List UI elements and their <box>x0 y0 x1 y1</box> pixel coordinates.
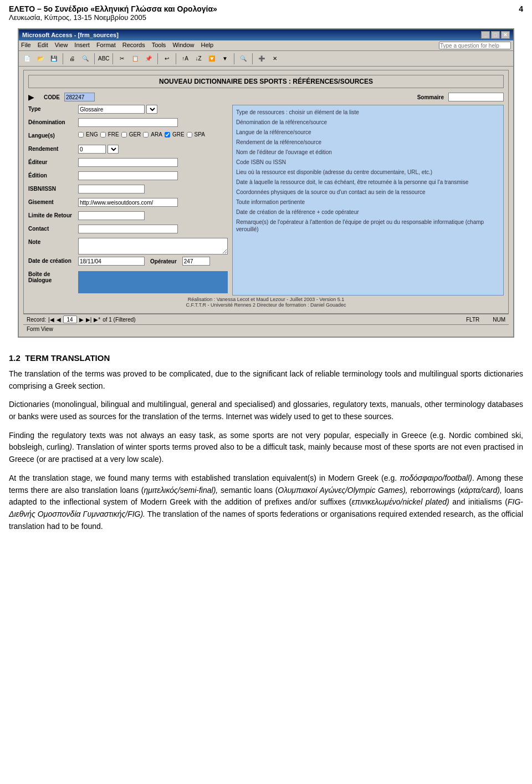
toolbar-print[interactable]: 🖨 <box>66 53 78 65</box>
menu-help[interactable]: Help <box>201 42 214 49</box>
editeur-input[interactable] <box>78 158 178 167</box>
close-button[interactable]: ✕ <box>501 31 510 39</box>
lang-eng[interactable] <box>78 132 84 138</box>
window-titlebar: Microsoft Access - [frm_sources] _ □ ✕ <box>19 29 513 40</box>
toolbar-save[interactable]: 💾 <box>48 53 60 65</box>
toolbar-undo[interactable]: ↩ <box>161 53 173 65</box>
right-item-1: Dénomination de la référence/source <box>236 119 500 126</box>
code-input[interactable] <box>64 93 95 101</box>
lang-spa[interactable] <box>187 132 192 138</box>
menu-format[interactable]: Format <box>96 42 116 49</box>
paragraph-2: Dictionaries (monolingual, bilingual and… <box>9 399 523 422</box>
record-last[interactable]: ▶| <box>86 317 92 323</box>
editeur-row: Éditeur <box>28 158 228 169</box>
langue-label: Langue(s) <box>28 131 78 139</box>
gisement-field <box>78 198 228 207</box>
form-panel: NOUVEAU DICTIONNAIRE DES SPORTS : RÉFÉRE… <box>23 70 509 314</box>
toolbar-find[interactable]: 🔍 <box>237 53 249 65</box>
lang-eng-label: ENG <box>86 131 98 138</box>
operateur-input[interactable] <box>182 257 210 266</box>
header-title: ΕΛΕΤΟ – 5ο Συνέδριο «Ελληνική Γλώσσα και… <box>9 4 523 13</box>
type-select[interactable]: ▼ <box>146 105 157 114</box>
section-title: TERM TRANSLATION <box>25 353 110 363</box>
help-input-placeholder[interactable] <box>439 42 511 49</box>
isbn-input[interactable] <box>78 185 145 194</box>
menu-records[interactable]: Records <box>122 42 145 49</box>
lang-spa-label: SPA <box>195 131 205 138</box>
record-current[interactable] <box>63 315 77 323</box>
lang-fre[interactable] <box>100 132 106 138</box>
form-right-column: Type de ressources : choisir un élément … <box>232 105 504 296</box>
edition-row: Édition <box>28 171 228 182</box>
menu-edit[interactable]: Edit <box>38 42 48 49</box>
record-bar: Record: |◀ ◀ ▶ ▶| ▶* of 1 (Filtered) FLT… <box>23 314 509 324</box>
isbn-row: ISBN/ISSN <box>28 185 228 196</box>
form-footer-text: Réalisation : Vanessa Lecot et Maud Lezo… <box>28 296 504 309</box>
lang-gre[interactable] <box>165 132 170 138</box>
rendement-field: ▼ <box>78 145 228 154</box>
operateur-label: Opérateur <box>150 258 177 264</box>
note-row: Note <box>28 238 228 254</box>
toolbar-new-record[interactable]: ➕ <box>255 53 268 65</box>
window-title: Microsoft Access - [frm_sources] <box>22 32 119 38</box>
minimize-button[interactable]: _ <box>481 31 490 39</box>
help-search-input[interactable] <box>439 42 511 49</box>
toolbar-cut[interactable]: ✂ <box>116 53 128 65</box>
menu-window[interactable]: Window <box>172 42 194 49</box>
note-textarea[interactable] <box>78 238 228 254</box>
toolbar-new[interactable]: 📄 <box>21 53 33 65</box>
contact-label: Contact <box>28 225 78 232</box>
record-new[interactable]: ▶* <box>94 317 100 323</box>
gisement-label: Gisement <box>28 198 78 205</box>
lang-ger[interactable] <box>121 132 127 138</box>
contact-input[interactable] <box>78 225 178 233</box>
editeur-field <box>78 158 228 167</box>
menu-view[interactable]: View <box>55 42 68 49</box>
menu-insert[interactable]: Insert <box>74 42 90 49</box>
record-first[interactable]: |◀ <box>48 317 54 323</box>
toolbar-spell[interactable]: ABC <box>98 53 110 65</box>
limite-input[interactable] <box>78 211 145 220</box>
lang-ara[interactable] <box>143 132 149 138</box>
toolbar-open[interactable]: 📂 <box>34 53 47 65</box>
record-prev[interactable]: ◀ <box>57 317 61 323</box>
edition-input[interactable] <box>78 171 178 180</box>
record-next[interactable]: ▶ <box>79 317 84 323</box>
screenshot-window: Microsoft Access - [frm_sources] _ □ ✕ F… <box>18 28 514 338</box>
toolbar-sort-desc[interactable]: ↓Z <box>192 53 204 65</box>
menu-bar[interactable]: File Edit View Insert Format Records Too… <box>19 40 513 51</box>
code-label: CODE <box>44 94 60 100</box>
denomination-row: Dénomination <box>28 118 228 129</box>
toolbar-apply-filter[interactable]: ▼ <box>219 53 231 65</box>
right-item-8: Coordonnées physiques de la source ou d'… <box>236 189 500 196</box>
toolbar-sep5 <box>176 53 176 64</box>
window-controls[interactable]: _ □ ✕ <box>481 31 510 39</box>
lang-gre-label: GRE <box>172 131 185 138</box>
toolbar-delete[interactable]: ✕ <box>269 53 281 65</box>
gisement-input[interactable] <box>78 198 178 207</box>
sommaire-input[interactable] <box>448 93 504 101</box>
gisement-row: Gisement <box>28 198 228 209</box>
rendement-input[interactable] <box>78 145 106 154</box>
isbn-label: ISBN/ISSN <box>28 185 78 192</box>
boite-box[interactable] <box>78 271 228 293</box>
edition-field <box>78 171 228 180</box>
form-area: NOUVEAU DICTIONNAIRE DES SPORTS : RÉFÉRE… <box>19 67 513 337</box>
date-input[interactable] <box>78 257 145 266</box>
toolbar-filter[interactable]: 🔽 <box>206 53 218 65</box>
boite-label: Boîte deDialogue <box>28 270 78 283</box>
menu-tools[interactable]: Tools <box>152 42 166 49</box>
note-label: Note <box>28 238 78 245</box>
menu-file[interactable]: File <box>21 42 31 49</box>
toolbar-copy[interactable]: 📋 <box>129 53 141 65</box>
toolbar-preview[interactable]: 🔍 <box>79 53 91 65</box>
toolbar-sort-asc[interactable]: ↑A <box>179 53 191 65</box>
langue-field: ENG FRE GER ARA GRE SPA <box>78 131 228 138</box>
rendement-select[interactable]: ▼ <box>108 145 119 154</box>
type-input[interactable] <box>78 105 145 114</box>
sommaire-label: Sommaire <box>417 94 444 100</box>
maximize-button[interactable]: □ <box>491 31 500 39</box>
toolbar-paste[interactable]: 📌 <box>142 53 155 65</box>
denomination-input[interactable] <box>78 118 178 127</box>
right-item-6: Lieu où la ressource est disponible (adr… <box>236 169 500 176</box>
